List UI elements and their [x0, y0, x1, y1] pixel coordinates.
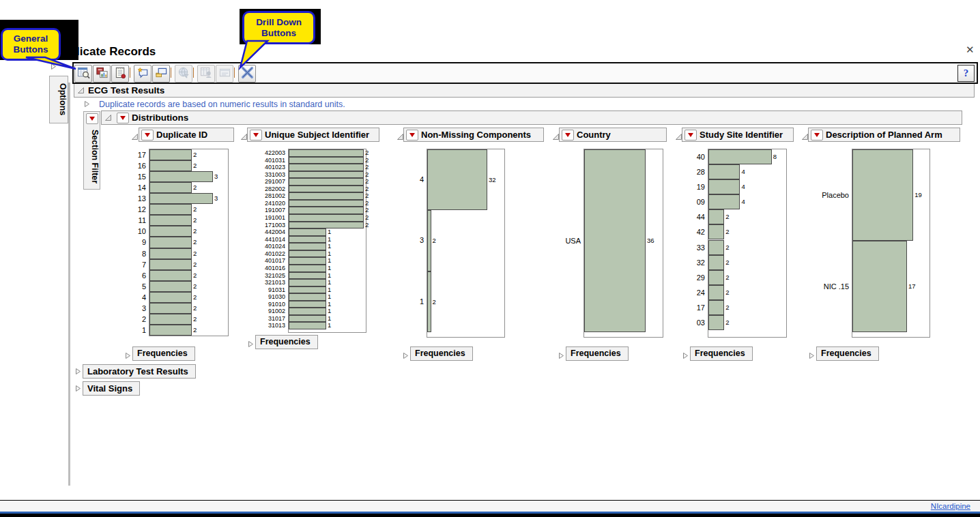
view-notes-button[interactable]: [152, 65, 170, 83]
menu-button[interactable]: [141, 130, 154, 141]
close-icon[interactable]: ✕: [966, 44, 975, 56]
distribution-header-duplicate-id[interactable]: Duplicate ID: [139, 128, 234, 142]
collapse-closed-icon[interactable]: [248, 338, 254, 351]
histogram-bar[interactable]: [289, 214, 364, 222]
histogram-bar[interactable]: [149, 248, 192, 259]
histogram-bar[interactable]: [708, 224, 724, 239]
histogram-bar[interactable]: [149, 303, 192, 314]
histogram-bar[interactable]: [708, 194, 740, 209]
histogram-bar[interactable]: [289, 200, 364, 207]
add-note-button[interactable]: [134, 65, 152, 83]
histogram-bar[interactable]: [149, 314, 192, 325]
histogram-bar[interactable]: [289, 171, 364, 179]
distribution-header-description-of-planned-arm[interactable]: Description of Planned Arm: [808, 128, 960, 142]
histogram-bar[interactable]: [149, 193, 213, 204]
histogram-bar[interactable]: [289, 178, 364, 186]
histogram-bar[interactable]: [289, 272, 326, 280]
histogram-bar[interactable]: [708, 255, 724, 270]
histogram-bar[interactable]: [289, 279, 326, 286]
histogram-bar[interactable]: [149, 237, 192, 248]
histogram-bar[interactable]: [708, 315, 724, 330]
collapse-open-icon[interactable]: [104, 114, 112, 121]
distribution-header-country[interactable]: Country: [559, 128, 667, 142]
collapse-closed-icon[interactable]: [75, 385, 81, 392]
data-table-search-button[interactable]: [74, 65, 92, 83]
histogram-bar[interactable]: [149, 325, 192, 336]
menu-button[interactable]: [406, 130, 418, 141]
drill-down-x-button[interactable]: [238, 65, 256, 83]
collapse-closed-icon[interactable]: [682, 350, 689, 362]
collapse-closed-icon[interactable]: [125, 350, 131, 362]
menu-button[interactable]: [562, 130, 574, 141]
histogram-bar[interactable]: [289, 301, 326, 308]
histogram-bar[interactable]: [289, 164, 364, 171]
help-button[interactable]: ?: [957, 65, 975, 82]
menu-button[interactable]: [811, 130, 823, 141]
collapse-closed-icon[interactable]: [809, 350, 815, 362]
histogram-bar[interactable]: [708, 285, 724, 300]
histogram-bar[interactable]: [289, 308, 326, 315]
histogram-bar[interactable]: [149, 182, 192, 193]
histogram-bar[interactable]: [427, 210, 431, 271]
histogram-bar[interactable]: [708, 179, 740, 194]
histogram-bar[interactable]: [149, 259, 192, 270]
section-header-distributions[interactable]: Distributions: [101, 110, 962, 125]
distribution-header-non-missing-components[interactable]: Non-Missing Components: [403, 128, 544, 142]
collapse-closed-icon[interactable]: [558, 350, 564, 362]
histogram-bar[interactable]: [289, 293, 326, 301]
histogram-bar[interactable]: [708, 164, 740, 179]
histogram-bar[interactable]: [289, 228, 326, 236]
sidebar-tab-options[interactable]: Options: [49, 76, 68, 123]
histogram-bar[interactable]: [289, 257, 326, 265]
frequencies-button-description-of-planned-arm[interactable]: Frequencies: [816, 346, 879, 361]
options-collapse-icon[interactable]: [51, 63, 57, 70]
menu-button[interactable]: [250, 130, 262, 141]
histogram-bar[interactable]: [149, 171, 213, 182]
histogram-bar[interactable]: [289, 286, 326, 294]
menu-button[interactable]: [684, 130, 697, 141]
section-filter-menu-button[interactable]: [86, 113, 98, 124]
histogram-bar[interactable]: [149, 270, 192, 281]
histogram-bar[interactable]: [149, 281, 192, 292]
report-button[interactable]: [93, 65, 111, 83]
section-header-ecg[interactable]: ECG Test Results: [74, 83, 975, 98]
histogram-bar[interactable]: [289, 250, 326, 258]
histogram-bar[interactable]: [289, 149, 364, 157]
collapse-open-icon[interactable]: [131, 131, 139, 143]
histogram-bar[interactable]: [289, 243, 326, 250]
histogram-bar[interactable]: [289, 315, 326, 323]
histogram-bar[interactable]: [149, 226, 192, 237]
histogram-bar[interactable]: [584, 149, 646, 332]
histogram-bar[interactable]: [708, 300, 724, 315]
histogram-bar[interactable]: [289, 222, 364, 229]
frequencies-button-unique-subject-identifier[interactable]: Frequencies: [255, 335, 318, 349]
histogram-bar[interactable]: [708, 270, 724, 285]
histogram-bar[interactable]: [708, 240, 724, 255]
section-header-laboratory[interactable]: Laboratory Test Results: [83, 364, 196, 379]
distribution-header-unique-subject-identifier[interactable]: Unique Subject Identifier: [247, 128, 379, 142]
distribution-header-study-site-identifier[interactable]: Study Site Identifier: [682, 128, 794, 142]
collapse-open-icon[interactable]: [77, 87, 85, 94]
histogram-bar[interactable]: [149, 292, 192, 303]
histogram-bar[interactable]: [427, 149, 487, 210]
section-header-vital-signs[interactable]: Vital Signs: [83, 381, 140, 396]
histogram-bar[interactable]: [289, 265, 326, 272]
frequencies-button-non-missing-components[interactable]: Frequencies: [410, 346, 473, 361]
collapse-closed-icon[interactable]: [75, 368, 81, 375]
histogram-bar[interactable]: [852, 241, 907, 332]
histogram-bar[interactable]: [852, 149, 913, 241]
notes-button[interactable]: [111, 65, 129, 83]
histogram-bar[interactable]: [149, 149, 192, 160]
histogram-bar[interactable]: [289, 157, 364, 164]
histogram-bar[interactable]: [289, 322, 326, 329]
distributions-menu-button[interactable]: [117, 113, 129, 123]
histogram-bar[interactable]: [289, 186, 364, 193]
histogram-bar[interactable]: [708, 149, 772, 164]
histogram-bar[interactable]: [289, 236, 326, 243]
histogram-bar[interactable]: [427, 271, 431, 332]
histogram-bar[interactable]: [289, 192, 364, 200]
study-link[interactable]: NIcardipine: [931, 502, 970, 510]
collapse-closed-icon[interactable]: [403, 350, 409, 362]
frequencies-button-duplicate-id[interactable]: Frequencies: [132, 346, 195, 361]
histogram-bar[interactable]: [149, 204, 192, 215]
